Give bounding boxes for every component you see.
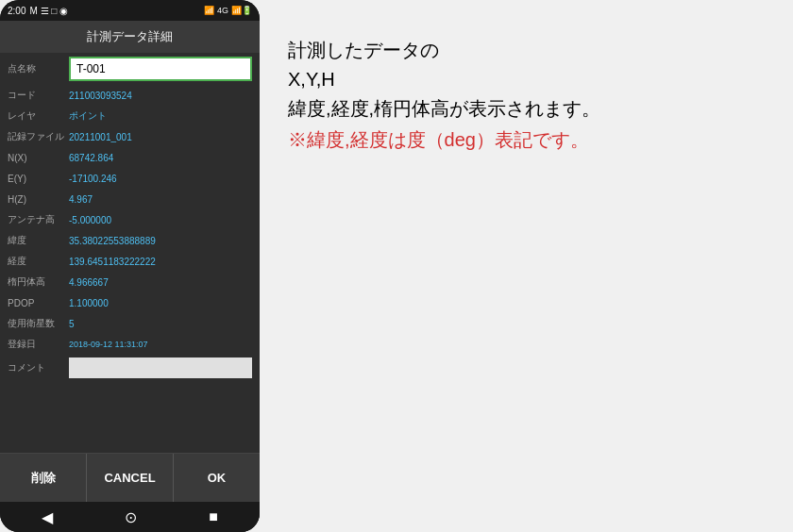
pdop-row: PDOP 1.100000: [0, 292, 260, 313]
latitude-label: 緯度: [8, 234, 69, 247]
latitude-value: 35.38022553888889: [69, 236, 252, 246]
registration-date-row: 登録日 2018-09-12 11:31:07: [0, 334, 260, 355]
status-icons-left: M ☰ □ ◉: [29, 6, 68, 16]
info-line-2: X,Y,H: [288, 69, 765, 91]
status-left: 2:00 M ☰ □ ◉: [8, 6, 68, 16]
info-line-3: 緯度,経度,楕円体高が表示されます。: [288, 96, 765, 122]
registration-date-label: 登録日: [8, 338, 69, 351]
code-label: コード: [8, 89, 69, 102]
info-line-1: 計測したデータの: [288, 38, 765, 63]
status-4g: 4G: [217, 6, 228, 15]
status-battery: 📶🔋: [231, 6, 252, 15]
form-content: 点名称 コード 211003093524 レイヤ ポイント 記録ファイル 202…: [0, 53, 260, 453]
ok-button[interactable]: OK: [174, 454, 260, 502]
hz-label: H(Z): [8, 194, 69, 205]
delete-button[interactable]: 削除: [0, 454, 87, 502]
nx-row: N(X) 68742.864: [0, 147, 260, 168]
status-right: 📶 4G 📶🔋: [204, 6, 252, 15]
file-label: 記録ファイル: [8, 130, 69, 143]
longitude-value: 139.6451183222222: [69, 257, 252, 267]
info-panel: 計測したデータの X,Y,H 緯度,経度,楕円体高が表示されます。 ※緯度,経度…: [260, 0, 793, 196]
layer-label: レイヤ: [8, 109, 69, 123]
layer-value: ポイント: [69, 109, 252, 123]
info-line-4: ※緯度,経度は度（deg）表記です。: [288, 127, 765, 153]
ellipsoidal-height-value: 4.966667: [69, 277, 252, 288]
cancel-button[interactable]: CANCEL: [87, 454, 174, 502]
hz-row: H(Z) 4.967: [0, 189, 260, 209]
satellites-row: 使用衛星数 5: [0, 313, 260, 334]
nav-back-button[interactable]: ◀: [42, 508, 53, 526]
dialog-title: 計測データ詳細: [0, 21, 260, 53]
satellites-label: 使用衛星数: [8, 317, 69, 330]
nav-home-button[interactable]: ⊙: [125, 508, 137, 526]
pdop-value: 1.100000: [69, 298, 252, 308]
layer-row: レイヤ ポイント: [0, 106, 260, 126]
ey-row: E(Y) -17100.246: [0, 168, 260, 189]
longitude-row: 経度 139.6451183222222: [0, 251, 260, 272]
latitude-row: 緯度 35.38022553888889: [0, 230, 260, 251]
comment-label: コメント: [8, 361, 69, 374]
point-name-row: 点名称: [0, 53, 260, 85]
antenna-label: アンテナ高: [8, 213, 69, 226]
nav-square-button[interactable]: ■: [209, 508, 218, 525]
file-row: 記録ファイル 20211001_001: [0, 126, 260, 147]
nx-label: N(X): [8, 153, 69, 163]
point-name-input[interactable]: [69, 57, 252, 81]
phone-frame: 2:00 M ☰ □ ◉ 📶 4G 📶🔋 計測データ詳細 点名称 コード 211…: [0, 0, 260, 532]
hz-value: 4.967: [69, 194, 252, 205]
nx-value: 68742.864: [69, 153, 252, 163]
status-signal: 📶: [204, 6, 214, 15]
code-row: コード 211003093524: [0, 85, 260, 106]
point-name-label: 点名称: [8, 62, 69, 75]
dialog-container: 計測データ詳細 点名称 コード 211003093524 レイヤ ポイント 記録…: [0, 21, 260, 532]
code-value: 211003093524: [69, 91, 252, 101]
registration-date-value: 2018-09-12 11:31:07: [69, 340, 252, 349]
file-value: 20211001_001: [69, 132, 252, 142]
antenna-value: -5.000000: [69, 215, 252, 225]
comment-row: コメント: [0, 355, 260, 381]
ellipsoidal-height-label: 楕円体高: [8, 275, 69, 289]
ey-value: -17100.246: [69, 174, 252, 184]
ey-label: E(Y): [8, 174, 69, 184]
ellipsoidal-height-row: 楕円体高 4.966667: [0, 272, 260, 292]
comment-input[interactable]: [69, 357, 252, 378]
bottom-buttons: 削除 CANCEL OK: [0, 453, 260, 502]
antenna-row: アンテナ高 -5.000000: [0, 209, 260, 230]
pdop-label: PDOP: [8, 298, 69, 308]
longitude-label: 経度: [8, 255, 69, 268]
status-bar: 2:00 M ☰ □ ◉ 📶 4G 📶🔋: [0, 0, 260, 21]
status-time: 2:00: [8, 6, 25, 16]
nav-bar: ◀ ⊙ ■: [0, 502, 260, 532]
satellites-value: 5: [69, 319, 252, 329]
